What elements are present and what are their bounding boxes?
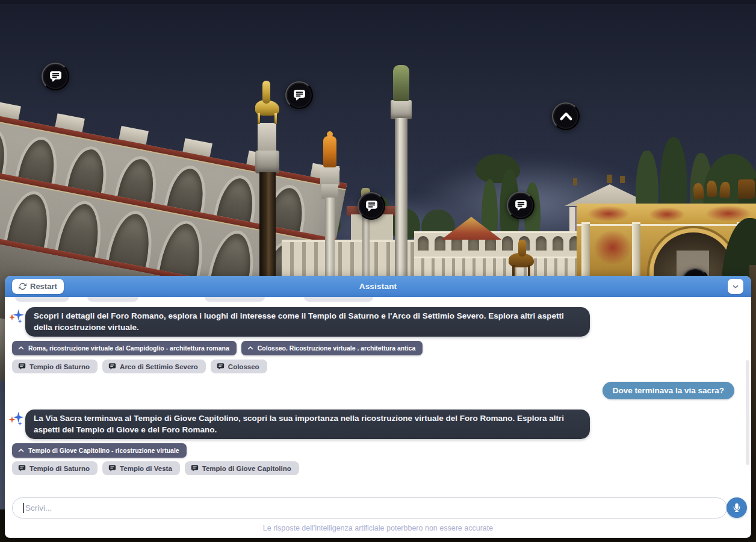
chip-label: Arco di Settimio Severo	[120, 363, 198, 370]
question-chip[interactable]: Tempio di Giove Capitolino	[185, 461, 299, 475]
video-suggestion-chip[interactable]: Tempio di Giove Capitolino - ricostruzio…	[12, 443, 187, 458]
poi-chat-marker[interactable]	[358, 192, 385, 220]
poi-chat-marker[interactable]	[285, 81, 313, 109]
chip-label: Colosseo	[228, 363, 259, 370]
chevron-up-icon	[17, 447, 25, 454]
video-suggestions-row: Tempio di Giove Capitolino - ricostruzio…	[12, 443, 187, 458]
refresh-icon	[19, 282, 26, 290]
column-capital	[255, 151, 279, 173]
chip-label: Colosseo. Ricostruzione virtuale . archi…	[258, 344, 416, 352]
equestrian-statue	[507, 238, 535, 276]
mic-button[interactable]	[727, 497, 747, 518]
speech-bubble-icon	[292, 88, 307, 103]
assistant-message: La Via Sacra terminava al Tempio di Giov…	[25, 410, 590, 439]
chip-label: Tempio di Saturno	[29, 465, 90, 472]
chevron-down-icon	[731, 282, 740, 291]
question-chip[interactable]: Tempio di Vesta	[102, 461, 180, 475]
speech-bubble-icon	[108, 363, 116, 370]
column-capital	[391, 100, 412, 119]
speech-bubble-icon	[18, 363, 26, 370]
question-suggestions-row: Tempio di Saturno Arco di Settimio Sever…	[12, 360, 267, 373]
text-caret	[23, 503, 24, 513]
scrolled-chip-peek[interactable]	[15, 297, 69, 302]
chip-label: Tempio di Saturno	[29, 363, 90, 370]
restart-button[interactable]: Restart	[12, 279, 64, 294]
poi-navigate-marker[interactable]	[552, 102, 580, 130]
chip-label: Tempio di Giove Capitolino	[202, 465, 291, 472]
assistant-message: Scopri i dettagli del Foro Romano, esplo…	[25, 307, 590, 337]
speech-bubble-icon	[217, 363, 225, 370]
small-column	[362, 212, 370, 277]
collapse-panel-button[interactable]	[728, 279, 743, 294]
question-chip[interactable]: Arco di Settimio Severo	[102, 360, 206, 373]
assistant-panel-header: Restart Assistant	[5, 276, 751, 297]
video-suggestions-row: Roma, ricostruzione virtuale dal Campido…	[12, 341, 423, 355]
speech-bubble-icon	[364, 199, 379, 214]
video-suggestion-chip[interactable]: Roma, ricostruzione virtuale dal Campido…	[12, 341, 237, 355]
column-capital	[321, 184, 338, 199]
assistant-message-text: La Via Sacra terminava al Tempio di Giov…	[34, 414, 564, 434]
user-message: Dove terminava la via sacra?	[603, 382, 734, 399]
restart-label: Restart	[30, 282, 57, 291]
microphone-icon	[732, 503, 742, 512]
message-input[interactable]	[12, 497, 727, 519]
white-column	[325, 198, 335, 277]
chip-label: Tempio di Vesta	[120, 465, 172, 472]
speech-bubble-icon	[191, 464, 199, 472]
question-chip[interactable]: Tempio di Saturno	[12, 461, 98, 475]
scrolled-chip-peek[interactable]	[304, 297, 373, 302]
chat-scrollbar-thumb[interactable]	[746, 360, 749, 465]
user-message-text: Dove terminava la via sacra?	[613, 386, 724, 395]
chip-label: Tempio di Giove Capitolino - ricostruzio…	[28, 447, 179, 454]
scrolled-chip-peek[interactable]	[87, 297, 138, 302]
speech-bubble-icon	[513, 198, 528, 213]
quadriga-statue	[690, 170, 756, 205]
question-chip[interactable]: Tempio di Saturno	[12, 360, 98, 373]
chevron-up-icon	[247, 344, 254, 352]
ai-sparkles-icon	[9, 411, 25, 426]
video-suggestion-chip[interactable]: Colosseo. Ricostruzione virtuale . archi…	[241, 341, 423, 355]
speech-bubble-icon	[48, 69, 63, 84]
app-window: Restart Assistant Scopri i dettagli del …	[0, 0, 756, 542]
tall-white-column	[395, 118, 407, 277]
speech-bubble-icon	[108, 464, 116, 472]
chevron-up-icon	[17, 344, 25, 352]
chip-label: Roma, ricostruzione virtuale dal Campido…	[28, 344, 229, 352]
panel-title: Assistant	[5, 276, 751, 297]
assistant-message-text: Scopri i dettagli del Foro Romano, esplo…	[34, 311, 564, 332]
chevron-up-icon	[558, 108, 574, 125]
column-pedestal	[320, 166, 339, 185]
ai-disclaimer: Le risposte dell'intelligenza artificial…	[5, 524, 751, 532]
scrolled-chip-peek[interactable]	[205, 297, 265, 302]
bronze-patina-statue	[393, 65, 409, 101]
question-suggestions-row: Tempio di Saturno Tempio di Vesta Tempio…	[12, 461, 299, 475]
ai-sparkles-icon	[9, 308, 25, 324]
dark-column	[259, 172, 276, 277]
poi-chat-marker[interactable]	[507, 192, 534, 219]
column-pedestal	[258, 123, 276, 152]
question-chip[interactable]: Colosseo	[211, 360, 267, 373]
poi-chat-marker[interactable]	[42, 63, 69, 90]
speech-bubble-icon	[18, 464, 26, 472]
scene-top-vignette	[0, 0, 756, 4]
bronze-statue	[323, 136, 336, 167]
assistant-panel: Restart Assistant Scopri i dettagli del …	[5, 276, 751, 538]
